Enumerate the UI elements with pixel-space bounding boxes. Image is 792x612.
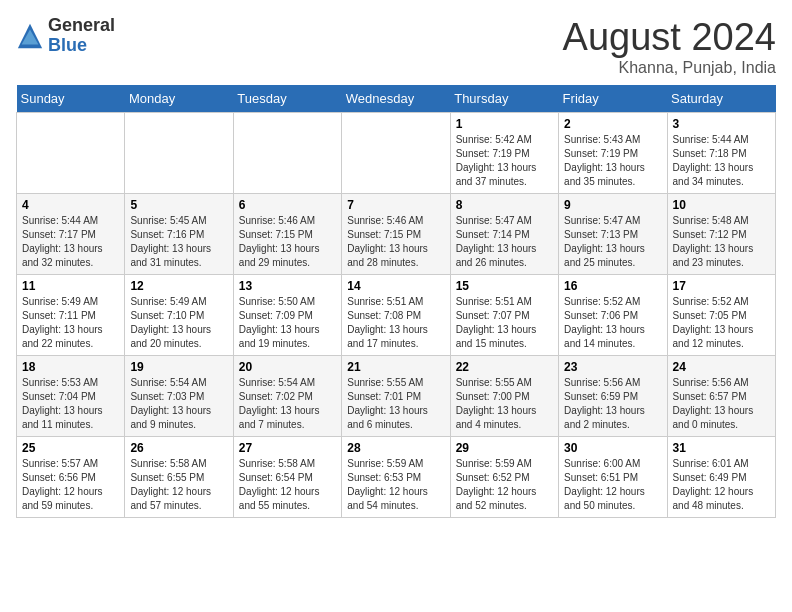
day-number: 17 [673, 279, 770, 293]
day-number: 12 [130, 279, 227, 293]
day-info: Sunrise: 5:59 AMSunset: 6:53 PMDaylight:… [347, 457, 444, 513]
month-title: August 2024 [563, 16, 776, 59]
day-number: 16 [564, 279, 661, 293]
day-number: 23 [564, 360, 661, 374]
day-info: Sunrise: 5:57 AMSunset: 6:56 PMDaylight:… [22, 457, 119, 513]
calendar-body: 1Sunrise: 5:42 AMSunset: 7:19 PMDaylight… [17, 113, 776, 518]
day-number: 28 [347, 441, 444, 455]
day-number: 21 [347, 360, 444, 374]
day-info: Sunrise: 5:44 AMSunset: 7:18 PMDaylight:… [673, 133, 770, 189]
cell-w4-d2: 20Sunrise: 5:54 AMSunset: 7:02 PMDayligh… [233, 356, 341, 437]
day-number: 6 [239, 198, 336, 212]
day-info: Sunrise: 5:51 AMSunset: 7:08 PMDaylight:… [347, 295, 444, 351]
cell-w3-d6: 17Sunrise: 5:52 AMSunset: 7:05 PMDayligh… [667, 275, 775, 356]
day-number: 29 [456, 441, 553, 455]
day-number: 7 [347, 198, 444, 212]
cell-w4-d6: 24Sunrise: 5:56 AMSunset: 6:57 PMDayligh… [667, 356, 775, 437]
day-number: 1 [456, 117, 553, 131]
cell-w5-d6: 31Sunrise: 6:01 AMSunset: 6:49 PMDayligh… [667, 437, 775, 518]
day-info: Sunrise: 5:48 AMSunset: 7:12 PMDaylight:… [673, 214, 770, 270]
day-info: Sunrise: 5:45 AMSunset: 7:16 PMDaylight:… [130, 214, 227, 270]
cell-w1-d3 [342, 113, 450, 194]
day-number: 18 [22, 360, 119, 374]
location-title: Khanna, Punjab, India [563, 59, 776, 77]
cell-w5-d5: 30Sunrise: 6:00 AMSunset: 6:51 PMDayligh… [559, 437, 667, 518]
day-number: 11 [22, 279, 119, 293]
calendar-table: Sunday Monday Tuesday Wednesday Thursday… [16, 85, 776, 518]
logo-text: General Blue [48, 16, 115, 56]
day-info: Sunrise: 6:00 AMSunset: 6:51 PMDaylight:… [564, 457, 661, 513]
weekday-header-row: Sunday Monday Tuesday Wednesday Thursday… [17, 85, 776, 113]
cell-w4-d5: 23Sunrise: 5:56 AMSunset: 6:59 PMDayligh… [559, 356, 667, 437]
day-number: 8 [456, 198, 553, 212]
cell-w4-d0: 18Sunrise: 5:53 AMSunset: 7:04 PMDayligh… [17, 356, 125, 437]
day-info: Sunrise: 5:58 AMSunset: 6:54 PMDaylight:… [239, 457, 336, 513]
cell-w1-d2 [233, 113, 341, 194]
day-info: Sunrise: 5:46 AMSunset: 7:15 PMDaylight:… [239, 214, 336, 270]
day-number: 14 [347, 279, 444, 293]
day-number: 20 [239, 360, 336, 374]
logo-icon [16, 22, 44, 50]
day-info: Sunrise: 5:47 AMSunset: 7:13 PMDaylight:… [564, 214, 661, 270]
page-header: General Blue August 2024 Khanna, Punjab,… [16, 16, 776, 77]
cell-w1-d5: 2Sunrise: 5:43 AMSunset: 7:19 PMDaylight… [559, 113, 667, 194]
day-number: 31 [673, 441, 770, 455]
day-number: 3 [673, 117, 770, 131]
cell-w2-d6: 10Sunrise: 5:48 AMSunset: 7:12 PMDayligh… [667, 194, 775, 275]
header-tuesday: Tuesday [233, 85, 341, 113]
cell-w5-d3: 28Sunrise: 5:59 AMSunset: 6:53 PMDayligh… [342, 437, 450, 518]
week-row-4: 18Sunrise: 5:53 AMSunset: 7:04 PMDayligh… [17, 356, 776, 437]
day-number: 26 [130, 441, 227, 455]
day-info: Sunrise: 5:56 AMSunset: 6:59 PMDaylight:… [564, 376, 661, 432]
day-info: Sunrise: 5:53 AMSunset: 7:04 PMDaylight:… [22, 376, 119, 432]
day-info: Sunrise: 5:46 AMSunset: 7:15 PMDaylight:… [347, 214, 444, 270]
day-info: Sunrise: 5:56 AMSunset: 6:57 PMDaylight:… [673, 376, 770, 432]
cell-w5-d2: 27Sunrise: 5:58 AMSunset: 6:54 PMDayligh… [233, 437, 341, 518]
cell-w3-d1: 12Sunrise: 5:49 AMSunset: 7:10 PMDayligh… [125, 275, 233, 356]
day-info: Sunrise: 5:54 AMSunset: 7:02 PMDaylight:… [239, 376, 336, 432]
cell-w2-d3: 7Sunrise: 5:46 AMSunset: 7:15 PMDaylight… [342, 194, 450, 275]
cell-w2-d5: 9Sunrise: 5:47 AMSunset: 7:13 PMDaylight… [559, 194, 667, 275]
week-row-2: 4Sunrise: 5:44 AMSunset: 7:17 PMDaylight… [17, 194, 776, 275]
day-number: 2 [564, 117, 661, 131]
cell-w5-d0: 25Sunrise: 5:57 AMSunset: 6:56 PMDayligh… [17, 437, 125, 518]
logo: General Blue [16, 16, 115, 56]
day-info: Sunrise: 5:59 AMSunset: 6:52 PMDaylight:… [456, 457, 553, 513]
calendar-header: Sunday Monday Tuesday Wednesday Thursday… [17, 85, 776, 113]
cell-w5-d1: 26Sunrise: 5:58 AMSunset: 6:55 PMDayligh… [125, 437, 233, 518]
cell-w3-d0: 11Sunrise: 5:49 AMSunset: 7:11 PMDayligh… [17, 275, 125, 356]
day-number: 30 [564, 441, 661, 455]
header-sunday: Sunday [17, 85, 125, 113]
week-row-5: 25Sunrise: 5:57 AMSunset: 6:56 PMDayligh… [17, 437, 776, 518]
day-number: 27 [239, 441, 336, 455]
day-info: Sunrise: 5:47 AMSunset: 7:14 PMDaylight:… [456, 214, 553, 270]
header-wednesday: Wednesday [342, 85, 450, 113]
cell-w2-d0: 4Sunrise: 5:44 AMSunset: 7:17 PMDaylight… [17, 194, 125, 275]
cell-w1-d4: 1Sunrise: 5:42 AMSunset: 7:19 PMDaylight… [450, 113, 558, 194]
day-info: Sunrise: 5:55 AMSunset: 7:01 PMDaylight:… [347, 376, 444, 432]
week-row-3: 11Sunrise: 5:49 AMSunset: 7:11 PMDayligh… [17, 275, 776, 356]
cell-w3-d5: 16Sunrise: 5:52 AMSunset: 7:06 PMDayligh… [559, 275, 667, 356]
week-row-1: 1Sunrise: 5:42 AMSunset: 7:19 PMDaylight… [17, 113, 776, 194]
header-friday: Friday [559, 85, 667, 113]
day-number: 13 [239, 279, 336, 293]
cell-w2-d2: 6Sunrise: 5:46 AMSunset: 7:15 PMDaylight… [233, 194, 341, 275]
cell-w4-d4: 22Sunrise: 5:55 AMSunset: 7:00 PMDayligh… [450, 356, 558, 437]
day-number: 24 [673, 360, 770, 374]
day-info: Sunrise: 5:44 AMSunset: 7:17 PMDaylight:… [22, 214, 119, 270]
cell-w4-d1: 19Sunrise: 5:54 AMSunset: 7:03 PMDayligh… [125, 356, 233, 437]
header-thursday: Thursday [450, 85, 558, 113]
day-info: Sunrise: 5:54 AMSunset: 7:03 PMDaylight:… [130, 376, 227, 432]
day-number: 4 [22, 198, 119, 212]
day-number: 10 [673, 198, 770, 212]
cell-w3-d4: 15Sunrise: 5:51 AMSunset: 7:07 PMDayligh… [450, 275, 558, 356]
cell-w2-d1: 5Sunrise: 5:45 AMSunset: 7:16 PMDaylight… [125, 194, 233, 275]
day-info: Sunrise: 6:01 AMSunset: 6:49 PMDaylight:… [673, 457, 770, 513]
day-info: Sunrise: 5:49 AMSunset: 7:10 PMDaylight:… [130, 295, 227, 351]
day-number: 19 [130, 360, 227, 374]
day-number: 25 [22, 441, 119, 455]
day-number: 22 [456, 360, 553, 374]
day-info: Sunrise: 5:52 AMSunset: 7:05 PMDaylight:… [673, 295, 770, 351]
cell-w1-d6: 3Sunrise: 5:44 AMSunset: 7:18 PMDaylight… [667, 113, 775, 194]
day-info: Sunrise: 5:49 AMSunset: 7:11 PMDaylight:… [22, 295, 119, 351]
